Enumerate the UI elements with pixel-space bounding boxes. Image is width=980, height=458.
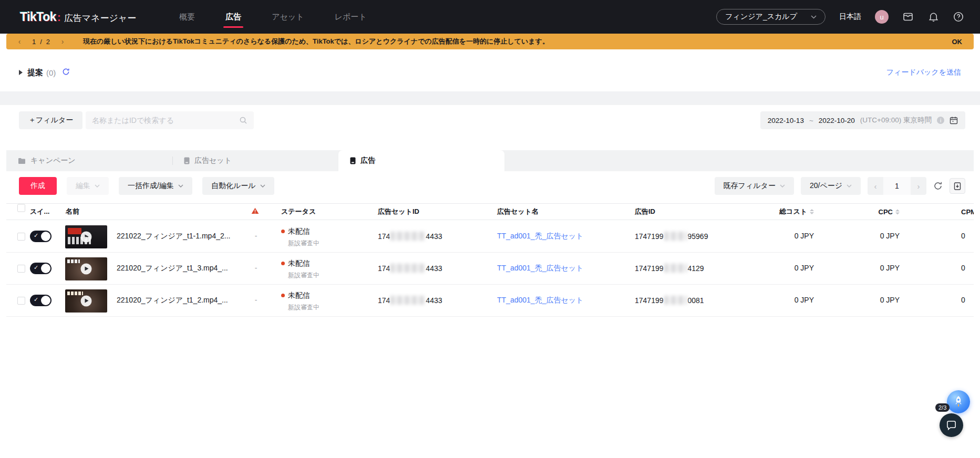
status-subtext: 新設審査中 [288, 303, 319, 312]
check-icon: ✓ [34, 232, 38, 239]
top-nav: TikTok : 広告マネージャー 概要 広告 アセット レポート フィンジア_… [0, 0, 980, 34]
date-range-picker[interactable]: 2022-10-13 ~ 2022-10-20 (UTC+09:00) 東京時間… [760, 111, 965, 129]
nav-item-overview[interactable]: 概要 [179, 1, 195, 34]
suggestions-title: 提案 [27, 68, 43, 78]
assistant-fab[interactable] [947, 390, 970, 413]
video-thumbnail[interactable] [65, 225, 107, 248]
total-cost-value: 0 JPY [735, 296, 814, 304]
banner-prev-icon[interactable]: ‹ [14, 37, 25, 46]
notifications-bell-icon[interactable] [927, 11, 939, 23]
table-row: ✓ 221020_フィンジア_t1_2.mp4_... - 未配信 新設審査中 … [6, 285, 974, 317]
language-selector[interactable]: 日本語 [839, 12, 861, 22]
account-name: フィンジア_スカルプ [725, 12, 797, 22]
banner-ok-button[interactable]: OK [952, 38, 963, 46]
col-total-cost-label: 総コスト [779, 207, 807, 215]
chevron-down-icon [780, 184, 785, 188]
help-icon[interactable] [953, 11, 964, 23]
video-thumbnail[interactable] [65, 289, 107, 313]
sort-icon[interactable] [895, 210, 900, 215]
chevron-down-icon [178, 184, 183, 188]
col-adgroup-name: 広告セット名 [497, 207, 539, 216]
row-checkbox[interactable] [17, 297, 25, 305]
suggestions-refresh-icon[interactable] [62, 68, 70, 78]
send-feedback-link[interactable]: フィードバックを送信 [886, 68, 961, 77]
col-cpc[interactable]: CPC [837, 208, 900, 216]
avatar[interactable]: u [875, 10, 889, 24]
ad-status-toggle[interactable]: ✓ [30, 263, 51, 274]
tab-adgroup[interactable]: 広告セット [172, 150, 338, 171]
status-cell: 未配信 新設審査中 [281, 227, 319, 248]
page-size-dropdown[interactable]: 20/ページ [801, 177, 861, 195]
play-icon [81, 232, 92, 243]
policy-warning-banner: ‹ 1 / 2 › 現在の厳しい状況下におけるTikTokコミュニティのさらなる… [6, 34, 974, 49]
saved-filter-label: 既存フィルター [724, 181, 776, 191]
banner-next-icon[interactable]: › [57, 37, 68, 46]
calendar-icon [950, 116, 958, 124]
create-button[interactable]: 作成 [19, 177, 57, 195]
edit-dropdown-button[interactable]: 編集 [67, 177, 109, 195]
total-cost-value: 0 JPY [735, 232, 814, 240]
redacted-blur [390, 232, 425, 241]
select-all-checkbox[interactable] [17, 204, 25, 212]
ad-name: 221020_フィンジア_t1_3.mp4_... [117, 264, 228, 273]
ad-id: 17471990081 [635, 296, 704, 305]
row-checkbox[interactable] [17, 233, 25, 241]
status-subtext: 新設審査中 [288, 271, 319, 280]
tab-campaign[interactable]: キャンペーン [6, 150, 172, 171]
ad-card-icon [350, 157, 356, 164]
ad-status-toggle[interactable]: ✓ [30, 295, 51, 306]
nav-item-assets[interactable]: アセット [272, 1, 304, 34]
adgroup-name-link[interactable]: TT_ad001_禿_広告セット [497, 232, 583, 241]
adgroup-name-link[interactable]: TT_ad001_禿_広告セット [497, 264, 583, 273]
brand-logo[interactable]: TikTok : 広告マネージャー [20, 10, 136, 24]
banner-page-total: 2 [46, 38, 50, 46]
cpc-value: 0 JPY [837, 232, 900, 240]
date-end: 2022-10-20 [819, 117, 855, 124]
ad-status-toggle[interactable]: ✓ [30, 231, 51, 242]
progress-badge: 2/3 [935, 403, 950, 412]
banner-pagination: 1 / 2 [25, 38, 57, 46]
col-cpm: CPM [961, 208, 974, 216]
sort-icon[interactable] [810, 209, 814, 214]
adgroup-name-link[interactable]: TT_ad001_禿_広告セット [497, 296, 583, 305]
refresh-icon[interactable] [933, 181, 943, 191]
suggestions-count: (0) [46, 68, 56, 77]
prev-page-icon[interactable]: ‹ [868, 182, 883, 191]
account-selector[interactable]: フィンジア_スカルプ [716, 9, 826, 25]
automation-rules-dropdown-button[interactable]: 自動化ルール [202, 177, 274, 195]
search-input[interactable] [86, 116, 239, 124]
bulk-edit-dropdown-button[interactable]: 一括作成/編集 [119, 177, 192, 195]
cpm-value: 0 [961, 264, 965, 272]
saved-filter-dropdown[interactable]: 既存フィルター [715, 177, 794, 195]
nav-item-ads[interactable]: 広告 [225, 1, 241, 34]
inbox-icon[interactable] [902, 11, 914, 23]
total-cost-value: 0 JPY [735, 264, 814, 272]
next-page-icon[interactable]: › [911, 182, 926, 191]
suggestions-expand-icon[interactable] [19, 70, 23, 75]
current-page[interactable]: 1 [883, 177, 911, 195]
cpm-value: 0 [961, 232, 965, 240]
video-thumbnail[interactable] [65, 257, 107, 280]
table-header: スイ... 名前 ステータス 広告セットID 広告セット名 広告ID 総コスト … [6, 203, 974, 220]
nav-item-reports[interactable]: レポート [335, 1, 367, 34]
toolbar-left: 作成 編集 一括作成/編集 自動化ルール [19, 177, 274, 195]
col-ad-id: 広告ID [635, 207, 655, 216]
issue-value: - [251, 264, 261, 272]
ad-name: 221020_フィンジア_t1_2.mp4_... [117, 296, 228, 305]
ad-id: 174719995969 [635, 232, 708, 241]
tab-ad[interactable]: 広告 [338, 150, 504, 171]
export-icon[interactable] [950, 178, 965, 194]
col-cpc-label: CPC [879, 208, 893, 216]
automation-label: 自動化ルール [211, 181, 256, 191]
row-checkbox[interactable] [17, 265, 25, 273]
adgroup-card-icon [184, 157, 190, 164]
ad-name: 221022_フィンジア_t1-1.mp4_2... [117, 232, 230, 241]
tab-ad-label: 広告 [360, 156, 375, 165]
folder-icon [18, 158, 26, 164]
add-filter-button[interactable]: ＋フィルター [19, 111, 82, 129]
col-total-cost[interactable]: 総コスト [735, 207, 814, 216]
chevron-down-icon [95, 184, 100, 188]
status-dot [281, 230, 285, 233]
chat-fab[interactable] [940, 413, 963, 437]
chevron-down-icon [847, 184, 852, 188]
